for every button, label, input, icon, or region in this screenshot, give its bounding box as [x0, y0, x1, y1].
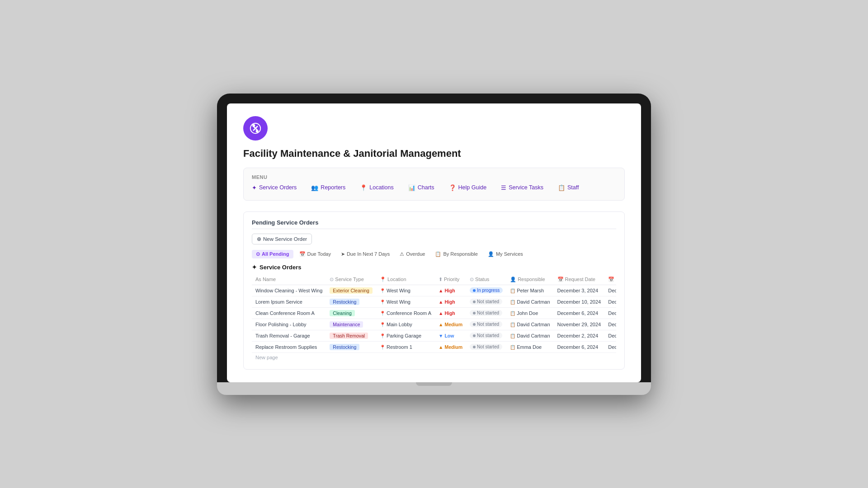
table-row[interactable]: Floor Polishing - Lobby Maintenance 📍 Ma…	[252, 319, 616, 330]
menu-section: Menu ✦ Service Orders 👥 Reporters	[243, 168, 625, 201]
cell-service-type: Cleaning	[326, 307, 376, 319]
tab-all-pending[interactable]: ⊙ All Pending	[252, 250, 293, 258]
tab-all-pending-label: All Pending	[262, 251, 289, 257]
cell-responsible: 📋 Peter Marsh	[506, 285, 553, 296]
service-type-badge: Restocking	[330, 344, 359, 350]
table-row[interactable]: Window Cleaning - West Wing Exterior Cle…	[252, 285, 616, 296]
status-badge: Not started	[470, 333, 502, 338]
cell-responsible: 📋 John Doe	[506, 307, 553, 319]
app-logo	[243, 116, 268, 141]
menu-item-locations[interactable]: 📍 Locations	[360, 184, 394, 191]
priority-badge: ▲ Medium	[439, 344, 462, 350]
tab-due-today[interactable]: 📅 Due Today	[295, 250, 335, 258]
tab-due-next-7-icon: ➤	[341, 251, 345, 257]
status-badge: In progress	[470, 287, 503, 293]
menu-item-service-tasks[interactable]: ☰ Service Tasks	[501, 184, 543, 191]
cell-location: 📍 Restroom 1	[376, 341, 435, 352]
status-dot	[473, 346, 476, 348]
cell-name: Lorem Ipsum Service	[252, 296, 326, 307]
service-type-badge: Exterior Cleaning	[330, 287, 373, 294]
cell-status: Not started	[466, 307, 506, 319]
location-icon: 📍	[380, 333, 385, 338]
location-icon: 📍	[380, 288, 385, 293]
new-page-link[interactable]: New page	[252, 353, 282, 362]
cell-priority: ▲ High	[435, 296, 466, 307]
table-header-row: As Name ⊙Service Type 📍Location ⬆Priorit…	[252, 274, 616, 285]
priority-arrow-icon: ▲	[439, 344, 443, 350]
cell-request-date: December 6, 2024	[554, 307, 605, 319]
service-type-badge: Restocking	[330, 299, 359, 305]
staff-icon: 📋	[558, 184, 565, 191]
pending-section-title: Pending Service Orders	[252, 219, 616, 229]
cell-due-date: December 10, 2024	[604, 296, 616, 307]
menu-item-reporters[interactable]: 👥 Reporters	[311, 184, 345, 191]
tab-overdue-label: Overdue	[406, 251, 425, 257]
tab-all-pending-icon: ⊙	[256, 251, 260, 257]
service-orders-table-container: As Name ⊙Service Type 📍Location ⬆Priorit…	[252, 274, 616, 362]
col-header-priority: ⬆Priority	[435, 274, 466, 285]
location-icon: 📍	[380, 300, 385, 305]
status-dot	[473, 334, 476, 337]
col-header-status: ⊙Status	[466, 274, 506, 285]
service-orders-heading: ✦ Service Orders	[252, 264, 616, 271]
locations-icon: 📍	[360, 184, 367, 191]
menu-item-service-orders[interactable]: ✦ Service Orders	[252, 184, 297, 191]
responsible-icon: 📋	[510, 333, 515, 338]
cell-responsible: 📋 Emma Doe	[506, 341, 553, 352]
logo-area	[243, 116, 625, 141]
cell-responsible: 📋 David Cartman	[506, 330, 553, 341]
status-dot	[473, 300, 476, 303]
responsible-icon: 📋	[510, 322, 515, 327]
menu-item-charts[interactable]: 📊 Charts	[408, 184, 434, 191]
location-icon: 📍	[380, 311, 385, 316]
menu-item-help[interactable]: ❓ Help Guide	[449, 184, 487, 191]
tab-overdue[interactable]: ⚠ Overdue	[396, 250, 429, 258]
cell-location: 📍 Parking Garage	[376, 330, 435, 341]
priority-badge: ▲ High	[439, 288, 455, 293]
cell-responsible: 📋 David Cartman	[506, 296, 553, 307]
table-row[interactable]: Trash Removal - Garage Trash Removal 📍 P…	[252, 330, 616, 341]
cell-due-date: December 13, 2024	[604, 319, 616, 330]
tab-my-services[interactable]: 👤 My Services	[484, 250, 527, 258]
status-dot	[473, 289, 476, 292]
cell-request-date: December 3, 2024	[554, 285, 605, 296]
cell-status: Not started	[466, 341, 506, 352]
col-header-responsible: 👤Responsible	[506, 274, 553, 285]
location-icon: 📍	[380, 345, 385, 350]
service-type-badge: Cleaning	[330, 310, 354, 316]
tab-my-services-icon: 👤	[488, 251, 494, 257]
cell-request-date: December 6, 2024	[554, 341, 605, 352]
tab-due-next-7-label: Due In Next 7 Days	[347, 251, 390, 257]
status-badge: Not started	[470, 321, 502, 327]
tab-by-responsible[interactable]: 📋 By Responsible	[431, 250, 481, 258]
table-row[interactable]: Clean Conference Room A Cleaning 📍 Confe…	[252, 307, 616, 319]
service-orders-table-body: Window Cleaning - West Wing Exterior Cle…	[252, 285, 616, 352]
menu-item-locations-label: Locations	[369, 184, 394, 191]
col-header-due-date: 📅Due Date	[604, 274, 616, 285]
cell-request-date: December 2, 2024	[554, 330, 605, 341]
cell-status: Not started	[466, 319, 506, 330]
tab-due-today-label: Due Today	[307, 251, 331, 257]
menu-item-charts-label: Charts	[418, 184, 434, 191]
responsible-icon: 📋	[510, 300, 515, 305]
cell-due-date: December 17, 2024	[604, 341, 616, 352]
tab-by-responsible-label: By Responsible	[443, 251, 477, 257]
responsible-icon: 📋	[510, 345, 515, 350]
cell-priority: ▲ High	[435, 307, 466, 319]
priority-arrow-icon: ▲	[439, 322, 443, 327]
cell-responsible: 📋 David Cartman	[506, 319, 553, 330]
priority-arrow-icon: ▼	[439, 333, 443, 338]
service-orders-heading-label: Service Orders	[259, 264, 302, 271]
menu-item-staff[interactable]: 📋 Staff	[558, 184, 579, 191]
table-row[interactable]: Lorem Ipsum Service Restocking 📍 West Wi…	[252, 296, 616, 307]
help-icon: ❓	[449, 184, 456, 191]
priority-arrow-icon: ▲	[439, 310, 443, 316]
menu-item-reporters-label: Reporters	[321, 184, 345, 191]
col-header-location: 📍Location	[376, 274, 435, 285]
service-tasks-icon: ☰	[501, 184, 506, 191]
new-service-order-button[interactable]: ⊕ New Service Order	[252, 234, 312, 244]
priority-badge: ▲ Medium	[439, 322, 462, 327]
tab-due-next-7[interactable]: ➤ Due In Next 7 Days	[337, 250, 394, 258]
filter-tabs: ⊙ All Pending 📅 Due Today ➤ Due In Next …	[252, 250, 616, 258]
table-row[interactable]: Replace Restroom Supplies Restocking 📍 R…	[252, 341, 616, 352]
